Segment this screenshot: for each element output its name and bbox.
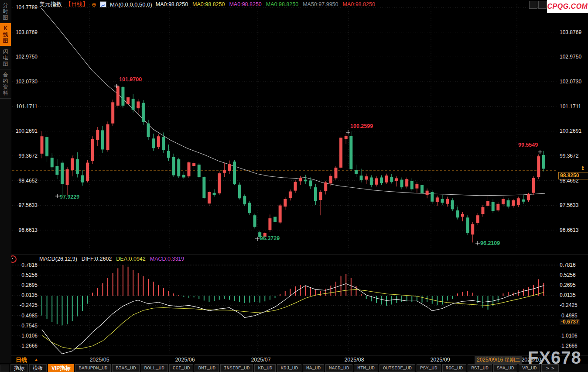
ma-value-0: MA0:98.8250 [156, 1, 188, 7]
toolbar-button-MTM_UD[interactable]: MTM_UD [354, 364, 378, 372]
toolbar-button-MACD_UD[interactable]: MACD_UD [325, 364, 352, 372]
sidebar-tab-K线图[interactable]: K线图 [0, 23, 11, 46]
date-label: 2025/07 [251, 357, 270, 363]
period-label[interactable]: 日线 [16, 356, 27, 364]
axis-tick: 101.1711 [12, 103, 38, 110]
sidebar-tab-分时图[interactable]: 分时图 [0, 0, 11, 23]
macd-header-item-2: DEA:0.0942 [116, 256, 145, 262]
toolbar-button-OUTSIDE_UD[interactable]: OUTSIDE_UD [379, 364, 415, 372]
axis-tick: 103.8769 [12, 29, 38, 35]
price-annotation: 101.9700 [119, 76, 142, 83]
axis-tick: 99.3672 [12, 153, 38, 159]
toolbar-button-PSY_UD[interactable]: PSY_UD [417, 364, 441, 372]
period-dropdown-arrow[interactable]: ▲ [34, 357, 38, 362]
price-annotation: 96.3729 [260, 235, 280, 241]
logo-text: CPQG.COM [547, 3, 588, 10]
axis-tick: 97.5633 [12, 202, 38, 208]
axis-tick: 0.5256 [560, 272, 576, 278]
toolbar-button-SMA_UD[interactable]: SMA_UD [493, 364, 518, 372]
fit-scale-icon[interactable] [538, 1, 547, 9]
axis-tick: -1.0106 [560, 333, 578, 339]
toolbar-button-BARUPDN_UD[interactable]: BARUPDN_UD [75, 364, 111, 372]
ma-value-5: MA0:98.8250 [342, 1, 375, 7]
toolbar-button-DMI_UD[interactable]: DMI_UD [195, 364, 219, 372]
axis-tick: -1.0106 [12, 333, 38, 339]
indicator-toolbar: 指标模板VIP指标BARUPDN_UDBIAS_UDBOLL_UDCCI_UDD… [0, 364, 588, 372]
axis-tick: -0.2425 [12, 302, 38, 308]
axis-tick: 0.7816 [560, 262, 576, 268]
axis-tick: -0.4985 [12, 313, 38, 319]
axis-tick: 0.5256 [12, 272, 38, 278]
ma-values: MA0:98.8250MA0:98.8250MA0:98.8250MA0:98.… [156, 1, 375, 7]
toolbar-button-RSI_UD[interactable]: RSI_UD [468, 364, 492, 372]
toolbar-button-INSIDE_UD[interactable]: INSIDE_UD [220, 364, 253, 372]
axis-tick: 0.7816 [12, 262, 38, 268]
chart-canvas [0, 0, 588, 372]
axis-tick: 101.1711 [560, 103, 581, 110]
axis-tick: 104.7789 [12, 4, 38, 10]
ma-value-1: MA0:98.8250 [192, 1, 225, 7]
toolbar-button-VIP指标[interactable]: VIP指标 [48, 364, 74, 372]
toolbar-button-模板[interactable]: 模板 [29, 364, 47, 372]
axis-tick: 102.9750 [560, 54, 581, 60]
axis-tick: -0.2425 [560, 302, 578, 308]
axis-tick: 0.0135 [12, 292, 38, 298]
toolbar-button-BIAS_UD[interactable]: BIAS_UD [112, 364, 139, 372]
sidebar-tab-合约资料[interactable]: 合约资料 [0, 69, 11, 99]
price-annotation: 99.5549 [518, 142, 538, 148]
toolbar-button-MA_UD[interactable]: MA_UD [303, 364, 324, 372]
toolbar-button-KD_UD[interactable]: KD_UD [254, 364, 276, 372]
macd-header-item-3: MACD:0.3319 [150, 256, 185, 262]
axis-tick: 99.3672 [560, 153, 578, 159]
ma-value-4: MA50:97.9950 [303, 1, 338, 7]
toolbar-button-指标[interactable]: 指标 [10, 364, 28, 372]
macd-value-chip: -0.6737 [560, 319, 580, 325]
axis-tick: 100.2691 [12, 128, 38, 134]
date-label: 2025/08 [344, 357, 364, 363]
axis-tick: 100.2691 [560, 128, 581, 134]
axis-tick: 0.0135 [560, 292, 576, 298]
chart-type-icon[interactable] [100, 1, 106, 7]
axis-tick: 97.5633 [560, 202, 578, 208]
pan-icon[interactable] [529, 1, 537, 9]
ma-value-3: MA0:98.8250 [266, 1, 298, 7]
price-annotation: 100.2599 [350, 123, 373, 129]
ma-value-2: MA0:98.8250 [229, 1, 261, 7]
macd-header-item-0: MACD(26,12,9) [39, 256, 77, 262]
sidebar-tab-闪电图[interactable]: 闪电图 [0, 46, 11, 69]
axis-tick: 98.4652 [12, 178, 38, 184]
date-label: 2025/06 [175, 357, 195, 363]
toolbar-button-BOLL_UD[interactable]: BOLL_UD [141, 364, 168, 372]
axis-tick: 102.0730 [12, 79, 38, 85]
date-label: 2025/05 [89, 357, 109, 363]
period-tag: 【日线】 [65, 0, 88, 8]
chart-header: 美元指数 【日线】 ⊕ MA(0,0,0,0,50,0) MA0:98.8250… [39, 1, 375, 8]
macd-header: MACD(26,12,9)DIFF:0.2602DEA:0.0942MACD:0… [39, 256, 184, 262]
panel-divider [0, 254, 588, 255]
axis-tick: 103.8769 [560, 29, 581, 35]
toolbar-button-VR_UD[interactable]: VR_UD [519, 364, 540, 372]
left-tab-strip: 分时图K线图闪电图合约资料 [0, 0, 11, 363]
current-price-chip: 98.8250 [558, 172, 588, 179]
toolbar-button-KDJ_UD[interactable]: KDJ_UD [277, 364, 301, 372]
toolbar-corner [0, 365, 9, 372]
axis-tick: 102.0730 [560, 79, 581, 85]
axis-tick: 0.2695 [560, 282, 576, 288]
macd-header-item-1: DIFF:0.2602 [82, 256, 112, 262]
toolbar-button-CCI_UD[interactable]: CCI_UD [169, 364, 194, 372]
axis-tick: -0.7545 [12, 323, 38, 329]
current-date-badge: 2025/09/16 星期二 [475, 356, 522, 364]
axis-tick: -1.2666 [12, 343, 38, 349]
ma-settings-label: MA(0,0,0,0,50,0) [110, 1, 152, 8]
toolbar-button-ROC_UD[interactable]: ROC_UD [442, 364, 467, 372]
add-indicator-icon[interactable]: ⊕ [92, 1, 96, 8]
cpqg-logo[interactable]: CPQG.COM [547, 0, 588, 13]
axis-tick: 102.9750 [12, 54, 38, 60]
date-label: 2025/09 [430, 357, 450, 363]
axis-tick: -0.4985 [560, 313, 578, 319]
price-annotation: 97.9229 [60, 194, 79, 200]
axis-tick: 96.6613 [560, 227, 578, 233]
symbol-title: 美元指数 [39, 0, 62, 8]
trading-terminal: 分时图K线图闪电图合约资料 美元指数 【日线】 ⊕ MA(0,0,0,0,50,… [0, 0, 588, 372]
toolbar-button-＞＞[interactable]: ＞＞ [541, 364, 559, 372]
